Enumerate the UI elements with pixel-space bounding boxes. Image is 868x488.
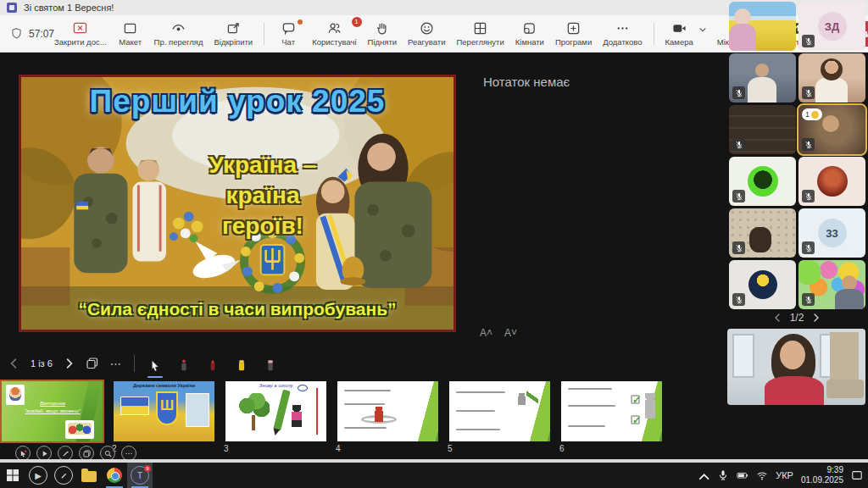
stop-presenting-button[interactable]: Закрити дос... [54,21,107,47]
eraser-tool[interactable] [262,353,279,374]
react-button[interactable]: Реагувати [408,21,445,47]
camera-button[interactable]: Камера [665,21,693,47]
slide-caption: “Сила єдності в часи випробувань” [21,299,453,319]
thumbnail-slide-2[interactable]: Державні символи України [114,381,214,441]
app-badge: 9 [144,465,151,472]
popout-icon [226,21,241,36]
page-next-icon[interactable] [812,313,821,322]
start-button[interactable] [0,463,25,488]
gallery-pagination: 1/2 [726,312,868,324]
self-video-tile[interactable] [727,329,865,405]
participant-tile-smiley-avatar[interactable] [729,157,796,206]
wifi-icon[interactable] [756,469,768,481]
clock[interactable]: 9:39 01.09.2025 [801,465,843,486]
mic-off-icon [732,241,745,254]
next-slide-button[interactable] [64,358,75,369]
participant-tile-raised-hand[interactable]: 1 [798,105,865,154]
taskbar-app-group[interactable]: T 9 [127,463,153,488]
people-icon [327,21,342,36]
mic-off-icon [732,190,745,202]
meeting-timer: 57:07 [10,27,54,40]
thumb6-figure [645,393,655,419]
taskbar-app-explorer[interactable] [76,463,102,488]
unpin-button[interactable]: Відкріпити [214,21,253,47]
slide-nav-bar: 1 із 6 ⋯ [8,351,279,376]
hidden-icons-chevron[interactable] [698,469,709,481]
plus-square-icon [566,21,581,36]
thumbnail-slide-1[interactable]: Вікторина "вгадай, якщо зможеш" [2,381,103,441]
language-indicator[interactable]: УКР [776,470,793,480]
thumb2-trident [156,391,178,425]
participant-tile-pattern[interactable] [729,208,796,258]
font-larger-button[interactable]: A˄ [480,327,492,339]
participant-tile-red-avatar[interactable] [798,157,865,206]
thumb4-red-figure [375,407,383,422]
participant-tile-hero-avatar[interactable] [729,260,796,309]
slide-subtitle-line2: країна [170,182,356,209]
highlighter-tool[interactable] [233,353,250,374]
slide-subtitle-line1: Україна – [148,152,377,179]
thumb1-kids-image [65,420,94,439]
font-smaller-button[interactable]: A˅ [504,327,517,339]
page-previous-icon[interactable] [773,313,782,322]
raise-hand-button[interactable]: Підняти [368,21,398,47]
previous-slide-button[interactable] [8,358,19,369]
mic-off-icon [802,35,815,47]
thumb5-arrow-figure [516,388,538,407]
more-options-button[interactable]: Додатково [603,21,642,47]
taskbar-app-chrome[interactable] [102,463,127,488]
rooms-button[interactable]: Кімнати [515,21,544,47]
people-button[interactable]: 1 Користувачі [312,21,356,47]
thumbnail-slide-4[interactable] [337,381,438,441]
folder-icon [81,471,97,482]
layout-button[interactable]: Макет [118,21,143,47]
participant-grid: ЗД 1 [729,2,865,309]
teams-app-icon [7,3,17,13]
tray-mic-icon[interactable] [717,469,729,481]
mic-off-icon [802,190,815,202]
pointer-tool[interactable] [147,353,164,374]
participant-tile-woman[interactable] [729,53,796,103]
participant-tile-initials-zd[interactable]: ЗД [798,2,865,51]
windows-icon [6,469,19,482]
current-slide[interactable]: Перший урок 2025 Україна – країна героїв… [19,75,456,332]
nav-more-button[interactable]: ⋯ [110,358,122,370]
timer-value: 57:07 [29,28,54,40]
participant-tile-sunflowers[interactable] [729,2,796,51]
apps-button[interactable]: Програми [555,21,592,47]
date: 01.09.2025 [801,475,843,486]
taskbar-app-pen[interactable] [51,463,76,488]
participant-tile-map-boy[interactable] [798,260,865,309]
participant-tile-dark-room[interactable] [729,105,796,154]
thumbnail-slide-3[interactable]: Знову в школу [225,381,326,441]
participant-tile-initials-33[interactable]: 33 [798,208,865,258]
camera-chevron-icon[interactable] [699,27,706,32]
pen-tool[interactable] [204,353,221,374]
thumb3-red-line [316,388,318,435]
windows-taskbar: ▶ T 9 [0,463,868,488]
presenter-view-button[interactable]: Пр. перегляд [154,21,203,47]
thumbnail-slide-6[interactable]: ✓ ✓ [561,381,662,441]
notes-placeholder: Нотаток немає [483,75,570,89]
notifications-icon[interactable] [851,469,863,481]
participant-tile-girl[interactable] [798,53,865,103]
chat-button[interactable]: Чат [275,21,301,47]
layout-icon [123,21,137,36]
thumb6-checkbox: ✓ [631,415,640,424]
thumb1-title: Вікторина "вгадай, якщо зможеш" [22,400,83,415]
thumb3-number: 3 [224,444,229,453]
mic-off-icon [732,138,745,151]
thumb3-girl [292,405,302,427]
chat-icon [281,21,296,36]
thumb2-title: Державні символи України [114,383,214,388]
laser-pointer-tool[interactable] [175,353,192,374]
thumbnail-slide-5[interactable] [449,381,550,441]
chat-activity-dot [298,19,303,25]
battery-icon[interactable] [737,469,748,481]
slide-title: Перший урок 2025 [21,84,453,119]
taskbar-app-media[interactable]: ▶ [25,463,51,488]
thumb3-title: Знову в школу [225,383,326,388]
nav-separator [134,355,135,372]
view-button[interactable]: Переглянути [456,21,504,47]
slide-grid-button[interactable] [86,358,98,369]
